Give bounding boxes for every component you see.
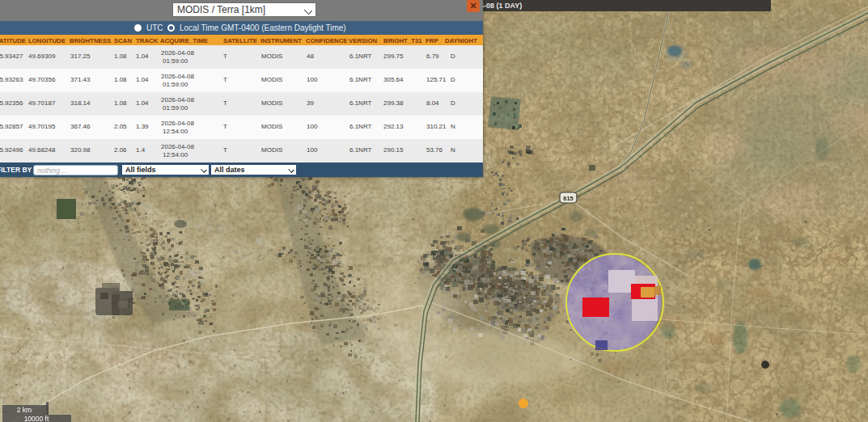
svg-text:10000 ft: 10000 ft — [24, 415, 49, 422]
svg-text:615: 615 — [563, 195, 574, 202]
svg-text:2 km: 2 km — [17, 406, 32, 414]
